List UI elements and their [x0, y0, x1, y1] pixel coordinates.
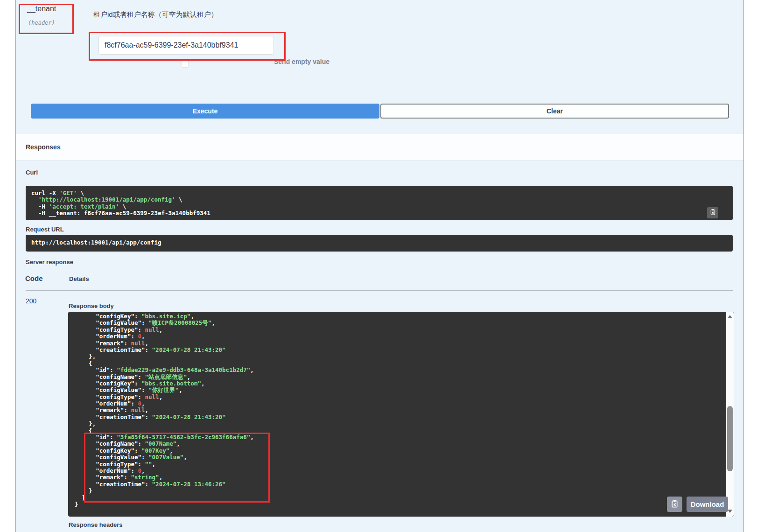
response-body-scrollbar[interactable] [726, 312, 734, 517]
send-empty-value-checkbox[interactable] [182, 61, 189, 68]
request-url-label: Request URL [26, 226, 64, 233]
details-column-header: Details [69, 275, 89, 282]
clear-button[interactable]: Clear [380, 104, 729, 119]
response-body-label: Response body [69, 302, 114, 309]
annotation-box-json-object [84, 433, 270, 503]
scrollbar-thumb[interactable] [727, 406, 733, 471]
clipboard-icon [670, 499, 679, 510]
annotation-box-input [89, 32, 286, 61]
responses-section-header: Responses [16, 134, 743, 161]
curl-command-block[interactable]: curl -X 'GET' \ 'http://localhost:19001/… [26, 186, 733, 220]
status-code: 200 [26, 297, 36, 305]
response-headers-label: Response headers [69, 521, 123, 528]
scroll-up-arrow-icon[interactable] [728, 315, 732, 318]
swagger-operation-page: __tenant (header) 租户id或者租户名称（可空为默认租户） Se… [0, 0, 778, 532]
responses-title: Responses [26, 143, 61, 151]
execute-button[interactable]: Execute [31, 104, 379, 119]
clipboard-icon [709, 209, 716, 217]
code-column-header: Code [25, 274, 43, 282]
copy-curl-button[interactable] [707, 207, 718, 218]
parameter-description: 租户id或者租户名称（可空为默认租户） [93, 10, 218, 19]
copy-response-button[interactable] [667, 497, 682, 512]
request-url-block: http://localhost:19001/api/app/config [26, 235, 733, 252]
server-response-label: Server response [26, 259, 73, 266]
opblock-body: __tenant (header) 租户id或者租户名称（可空为默认租户） Se… [15, 0, 744, 532]
curl-label: Curl [26, 169, 38, 176]
download-button[interactable]: Download [687, 497, 728, 512]
scroll-down-arrow-icon[interactable] [728, 510, 732, 513]
annotation-box-param-name [19, 4, 74, 34]
table-divider [26, 290, 733, 291]
